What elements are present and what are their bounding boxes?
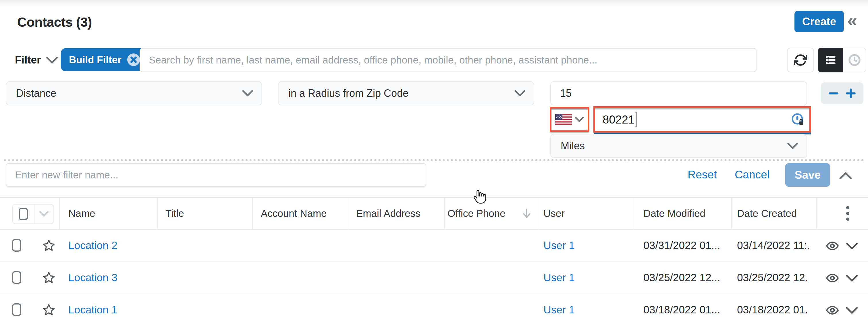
column-header-email-address[interactable]: Email Address bbox=[356, 208, 421, 219]
refresh-button[interactable] bbox=[787, 48, 814, 72]
plus-icon bbox=[844, 87, 857, 100]
build-filter-label: Build Filter bbox=[69, 54, 122, 65]
chevron-down-icon bbox=[787, 142, 799, 150]
reset-link[interactable]: Reset bbox=[688, 168, 717, 181]
zip-code-value: 80221 bbox=[602, 113, 634, 126]
column-header-date-modified[interactable]: Date Modified bbox=[643, 208, 706, 219]
chevron-down-icon bbox=[242, 90, 253, 97]
preview-eye-icon[interactable] bbox=[826, 303, 839, 317]
date-modified-cell: 03/31/2022 01... bbox=[643, 239, 720, 252]
column-header-account-name[interactable]: Account Name bbox=[261, 208, 327, 219]
row-expand-chevron-icon[interactable] bbox=[846, 306, 858, 315]
contact-name-link[interactable]: Location 3 bbox=[68, 272, 118, 284]
sort-descending-icon[interactable] bbox=[522, 207, 532, 220]
row-expand-chevron-icon[interactable] bbox=[846, 274, 858, 283]
column-separator bbox=[633, 198, 634, 229]
column-separator bbox=[444, 198, 445, 229]
chevron-down-icon bbox=[39, 211, 49, 217]
row-expand-chevron-icon[interactable] bbox=[846, 242, 858, 251]
remove-condition-button[interactable] bbox=[827, 87, 840, 100]
date-modified-cell: 03/25/2022 12... bbox=[643, 272, 720, 284]
select-all-checkbox[interactable] bbox=[19, 208, 28, 220]
column-separator bbox=[816, 198, 817, 229]
minus-icon bbox=[827, 87, 840, 100]
table-row: Location 3 User 1 03/25/2022 12... 03/25… bbox=[0, 262, 868, 294]
add-condition-button[interactable] bbox=[844, 87, 857, 100]
cancel-link[interactable]: Cancel bbox=[735, 168, 770, 181]
preview-eye-icon[interactable] bbox=[826, 239, 839, 253]
search-input[interactable] bbox=[140, 48, 756, 72]
field-select[interactable]: Distance bbox=[6, 81, 262, 105]
refresh-icon bbox=[794, 54, 807, 67]
filter-section-divider bbox=[4, 159, 864, 161]
column-separator bbox=[252, 198, 253, 229]
date-created-cell: 03/14/2022 11:. bbox=[737, 239, 810, 252]
column-separator bbox=[59, 198, 60, 229]
date-modified-cell: 03/18/2022 01... bbox=[643, 304, 720, 316]
save-filter-button[interactable]: Save bbox=[785, 163, 830, 187]
text-cursor bbox=[636, 112, 637, 127]
build-filter-chip[interactable]: Build Filter bbox=[61, 48, 146, 71]
operator-select[interactable]: in a Radius from Zip Code bbox=[278, 81, 534, 105]
us-flag-icon bbox=[555, 114, 572, 125]
column-separator bbox=[349, 198, 349, 229]
filter-chevron-down-icon[interactable] bbox=[46, 56, 58, 64]
column-header-user[interactable]: User bbox=[544, 208, 565, 219]
timeline-view-button[interactable] bbox=[843, 48, 866, 72]
date-created-cell: 03/18/2022 01. bbox=[737, 304, 808, 316]
unit-select[interactable]: Miles bbox=[550, 134, 807, 158]
page-title: Contacts (3) bbox=[17, 14, 92, 30]
favorite-star-icon[interactable] bbox=[42, 239, 56, 253]
create-button[interactable]: Create bbox=[795, 11, 844, 32]
user-link[interactable]: User 1 bbox=[544, 304, 575, 316]
contacts-list-page: Contacts (3) Create « Filter Build Filte… bbox=[0, 0, 868, 320]
select-all-control bbox=[12, 204, 54, 224]
column-header-date-created[interactable]: Date Created bbox=[737, 208, 797, 219]
chevron-down-icon bbox=[514, 90, 526, 97]
list-view-icon bbox=[824, 54, 837, 67]
contact-name-link[interactable]: Location 2 bbox=[68, 239, 118, 252]
column-header-title[interactable]: Title bbox=[165, 208, 184, 219]
user-link[interactable]: User 1 bbox=[544, 272, 575, 284]
row-checkbox[interactable] bbox=[12, 303, 21, 316]
favorite-star-icon[interactable] bbox=[42, 271, 56, 285]
column-separator bbox=[157, 198, 158, 229]
filter-name-input[interactable] bbox=[6, 163, 426, 187]
field-select-value: Distance bbox=[16, 87, 56, 99]
chevron-down-icon bbox=[575, 116, 584, 123]
column-settings-menu-icon[interactable] bbox=[844, 204, 851, 223]
column-header-name[interactable]: Name bbox=[68, 208, 95, 219]
password-manager-icon[interactable] bbox=[790, 112, 805, 127]
contact-name-link[interactable]: Location 1 bbox=[68, 304, 118, 316]
preview-eye-icon[interactable] bbox=[826, 271, 839, 285]
unit-select-value: Miles bbox=[561, 140, 585, 152]
user-link[interactable]: User 1 bbox=[544, 239, 575, 252]
select-all-menu[interactable] bbox=[34, 204, 54, 223]
favorite-star-icon[interactable] bbox=[42, 303, 56, 317]
row-checkbox[interactable] bbox=[12, 271, 21, 284]
filter-label[interactable]: Filter bbox=[15, 54, 41, 66]
clock-icon bbox=[848, 54, 861, 67]
column-separator bbox=[538, 198, 538, 229]
collapse-panel-icon[interactable]: « bbox=[847, 10, 857, 31]
collapse-filter-chevron-up-icon[interactable] bbox=[839, 171, 852, 180]
row-checkbox[interactable] bbox=[12, 239, 21, 252]
table-row: Location 2 User 1 03/31/2022 01... 03/14… bbox=[0, 230, 868, 262]
table-row: Location 1 User 1 03/18/2022 01... 03/18… bbox=[0, 294, 868, 320]
select-all-checkbox-cell[interactable] bbox=[13, 204, 34, 223]
view-toggle-group bbox=[818, 48, 866, 72]
operator-select-value: in a Radius from Zip Code bbox=[288, 87, 408, 99]
table-header: Name Title Account Name Email Address Of… bbox=[0, 197, 868, 230]
date-created-cell: 03/25/2022 12. bbox=[737, 272, 808, 284]
filter-row-actions bbox=[821, 83, 863, 104]
country-flag-select[interactable] bbox=[550, 107, 589, 132]
zip-code-input[interactable]: 80221 bbox=[593, 106, 811, 133]
radius-value-input[interactable] bbox=[550, 81, 807, 105]
top-shadow bbox=[0, 0, 868, 7]
remove-filter-x-icon[interactable] bbox=[127, 53, 141, 67]
column-header-office-phone[interactable]: Office Phone bbox=[447, 208, 505, 219]
mouse-hand-cursor bbox=[472, 189, 487, 204]
column-separator bbox=[731, 198, 732, 229]
list-view-button[interactable] bbox=[818, 48, 843, 72]
